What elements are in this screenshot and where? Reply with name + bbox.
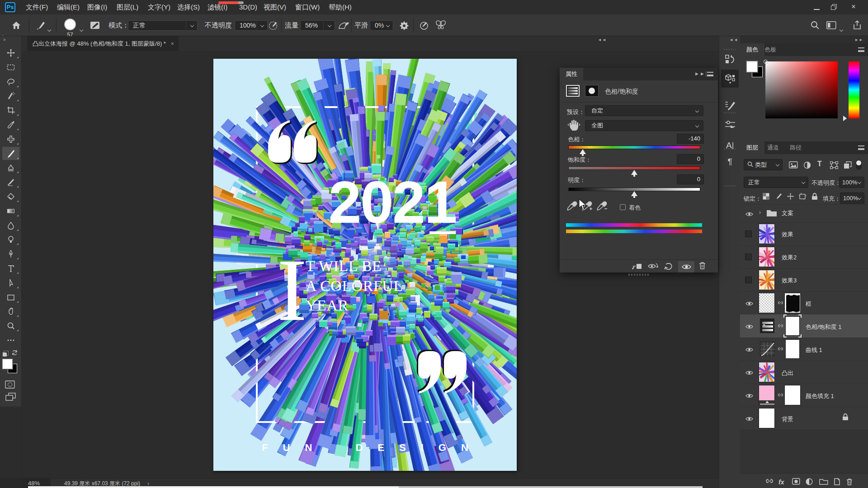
svg-text:A COLORFUL: A COLORFUL — [306, 277, 403, 294]
svg-text:T WILL BE: T WILL BE — [306, 258, 382, 274]
svg-text:YEAR: YEAR — [306, 297, 349, 314]
svg-text:2021: 2021 — [328, 169, 456, 235]
svg-text:I: I — [277, 240, 307, 339]
svg-text:FUN DESIGN: FUN DESIGN — [262, 442, 483, 453]
